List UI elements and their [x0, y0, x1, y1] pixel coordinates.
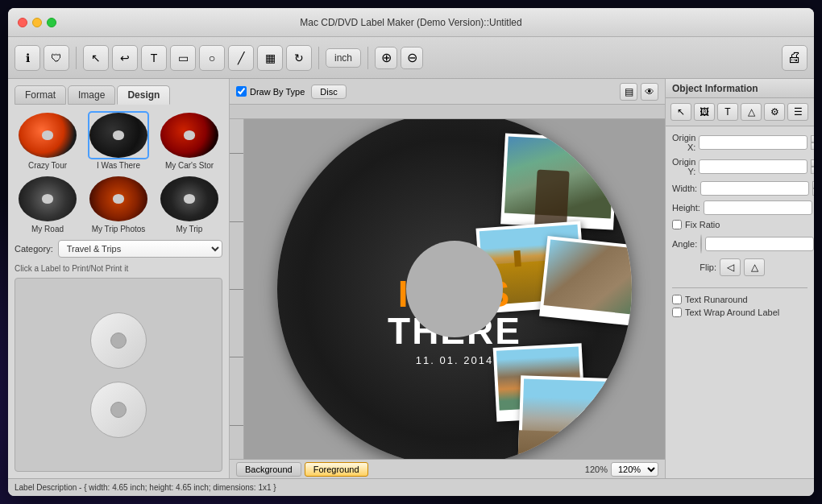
width-down[interactable]: ▼: [812, 188, 814, 196]
rect-tool-button[interactable]: ▭: [170, 45, 196, 71]
zoom-info: 120% 120% 100% 150% 75%: [585, 462, 658, 477]
ellipse-tool-button[interactable]: ○: [199, 45, 225, 71]
toolbar-separator-3: [367, 47, 368, 69]
disc-my-road: [19, 176, 77, 221]
origin-y-input[interactable]: [699, 159, 807, 174]
origin-x-down[interactable]: ▼: [811, 143, 814, 150]
rp-icon-cursor[interactable]: ↖: [670, 103, 691, 121]
rotate-tool-button[interactable]: ↻: [286, 45, 312, 71]
zoom-out-button[interactable]: ⊖: [401, 47, 423, 69]
origin-y-row: Origin Y: ▲ ▼: [672, 157, 807, 176]
disc-hole-6: [184, 194, 195, 203]
flip-vertical-button[interactable]: △: [744, 258, 765, 276]
text-runaround-checkbox[interactable]: [672, 295, 682, 304]
disc-preview-hole-bottom: [110, 402, 127, 418]
template-item-my-trip-photos[interactable]: My Trip Photos: [85, 175, 152, 233]
photo-buildings[interactable]: [517, 375, 632, 459]
template-item-crazy-tour[interactable]: Crazy Tour: [15, 111, 81, 170]
draw-by-type-checkbox[interactable]: [236, 86, 247, 97]
zoom-value: 120%: [585, 465, 608, 474]
minimize-button[interactable]: [32, 18, 42, 27]
template-item-my-road[interactable]: My Road: [15, 175, 81, 233]
rp-icon-image[interactable]: 🖼: [694, 103, 715, 121]
origin-x-input[interactable]: [699, 135, 807, 150]
template-label-my-trip: My Trip: [176, 225, 203, 233]
tab-format[interactable]: Format: [15, 85, 66, 105]
flip-horizontal-button[interactable]: ◁: [720, 258, 741, 276]
text-wrap-checkbox[interactable]: [672, 308, 682, 317]
height-input[interactable]: [704, 200, 812, 215]
line-tool-button[interactable]: ╱: [228, 45, 254, 71]
ruler-top: 0 1 2 3 4: [230, 105, 665, 119]
ruler-left-mark-3: [230, 357, 243, 357]
tab-design[interactable]: Design: [117, 85, 170, 105]
toolbar-separator-2: [318, 47, 319, 69]
disc-hole-5: [113, 194, 124, 203]
flip-row: Flip: ◁ △: [672, 258, 807, 276]
shield-tool-button[interactable]: 🛡: [44, 45, 69, 71]
width-stepper: ▲ ▼: [812, 181, 814, 196]
main-toolbar: ℹ 🛡 ↖ ↩ T ▭ ○ ╱ ▦ ↻ inch ⊕ ⊖ 🖨: [8, 37, 814, 79]
maximize-button[interactable]: [47, 18, 56, 27]
table-tool-button[interactable]: ▦: [257, 45, 283, 71]
angle-dial[interactable]: [700, 234, 702, 254]
cursor-tool-button[interactable]: ↖: [83, 45, 109, 71]
template-item-my-cars[interactable]: My Car's Stor: [156, 111, 222, 170]
template-label-crazy-tour: Crazy Tour: [28, 161, 67, 170]
template-thumb-crazy-tour: [17, 111, 78, 159]
rp-icon-list[interactable]: ☰: [787, 103, 808, 121]
undo-tool-button[interactable]: ↩: [112, 45, 138, 71]
template-item-i-was-there[interactable]: I Was There: [85, 111, 152, 170]
zoom-select[interactable]: 120% 100% 150% 75%: [611, 462, 658, 477]
right-panel: Object Information ↖ 🖼 T △ ⚙ ☰ Origin X:…: [665, 79, 814, 478]
rp-icon-text[interactable]: T: [717, 103, 738, 121]
width-input[interactable]: [700, 181, 809, 196]
ruler-left-mark-0: [230, 153, 243, 154]
info-tool-button[interactable]: ℹ: [15, 45, 40, 71]
ruler-left-mark-1: [230, 221, 243, 222]
layer-tab-background[interactable]: Background: [236, 462, 301, 477]
width-up[interactable]: ▲: [812, 181, 814, 188]
show-hide-button[interactable]: ▤: [620, 83, 637, 101]
category-select[interactable]: Travel & Trips: [58, 240, 222, 258]
close-button[interactable]: [18, 18, 27, 27]
disc-my-trip: [160, 176, 218, 221]
text-tool-button[interactable]: T: [141, 45, 167, 71]
canvas-content[interactable]: I WAS THERE 11. 01. 2014: [244, 119, 665, 459]
origin-x-up[interactable]: ▲: [811, 135, 814, 143]
building-row: [517, 430, 632, 459]
unit-button[interactable]: inch: [326, 48, 361, 68]
text-runaround-row: Text Runaround: [672, 295, 807, 304]
disc-preview-top: [90, 312, 147, 369]
photo-statue-1[interactable]: [500, 133, 618, 229]
cd-disc-main[interactable]: I WAS THERE 11. 01. 2014: [277, 119, 632, 459]
print-button[interactable]: 🖨: [782, 45, 807, 71]
angle-input[interactable]: [705, 237, 814, 251]
rp-icon-shape[interactable]: △: [741, 103, 762, 121]
tab-image[interactable]: Image: [68, 85, 115, 105]
right-panel-title: Object Information: [666, 79, 814, 98]
fix-ratio-checkbox[interactable]: [672, 220, 682, 229]
rp-icon-settings[interactable]: ⚙: [764, 103, 785, 121]
origin-y-down[interactable]: ▼: [811, 167, 814, 174]
canvas-bottom: Background Foreground 120% 120% 100% 150…: [230, 459, 665, 478]
print-preview: [15, 278, 222, 472]
template-item-my-trip[interactable]: My Trip: [156, 175, 222, 233]
canvas-scroll: I WAS THERE 11. 01. 2014: [230, 119, 665, 459]
disc-hole: [42, 130, 53, 139]
parliament-tower: [514, 250, 521, 267]
template-thumb-i-was-there: [88, 111, 149, 159]
photo-horse-statue[interactable]: [539, 236, 632, 326]
print-hint: Click a Label to Print/Not Print it: [15, 264, 222, 273]
template-thumb-my-trip: [159, 175, 220, 223]
layer-tab-foreground[interactable]: Foreground: [305, 462, 368, 477]
template-label-my-road: My Road: [31, 225, 64, 233]
origin-y-up[interactable]: ▲: [811, 159, 814, 167]
status-bar-text: Label Description - { width: 4.65 inch; …: [15, 483, 276, 492]
view-button[interactable]: 👁: [641, 83, 658, 101]
disc-button[interactable]: Disc: [311, 85, 346, 99]
template-grid: Crazy Tour I Was There: [15, 111, 222, 233]
content-area: Format Image Design Crazy Tour: [8, 79, 814, 478]
zoom-in-button[interactable]: ⊕: [375, 47, 397, 69]
width-row: Width: ▲ ▼: [672, 181, 807, 196]
